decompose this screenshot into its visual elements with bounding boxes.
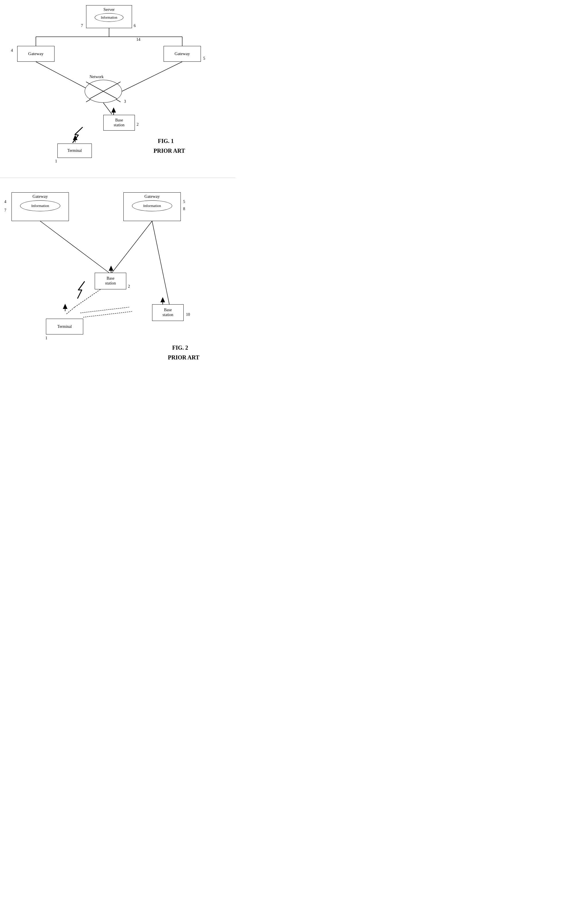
f2-label-10: 10 (186, 312, 190, 317)
fig2-diagram: Gateway Information 4 7 Gateway Informat… (0, 184, 235, 368)
terminal-antenna-f1 (73, 135, 77, 143)
f2-label-8: 8 (183, 207, 185, 211)
server-box: Server Information (86, 5, 132, 28)
f2-label-7: 7 (4, 208, 6, 213)
f2-label-2: 2 (128, 284, 130, 289)
svg-line-5 (122, 62, 182, 91)
diagram-container: Server Information 7 6 14 Gateway 4 Gate… (0, 0, 235, 368)
gateway-left-cylinder: Information (20, 200, 60, 211)
label-1: 1 (55, 159, 57, 164)
base-station-right-label: Basestation (162, 308, 173, 318)
terminal-antenna-f2 (63, 304, 67, 311)
gateway-right-f2: Gateway Information (124, 192, 181, 221)
svg-line-13 (152, 221, 169, 304)
terminal-f2-label: Terminal (57, 324, 72, 329)
svg-line-11 (40, 221, 109, 273)
gateway-right-f1: Gateway (164, 46, 201, 62)
base-antenna-f1 (111, 107, 116, 115)
gateway-right-cylinder: Information (132, 200, 172, 211)
base-station-label: Basestation (114, 118, 124, 128)
f2-label-1: 1 (45, 336, 47, 340)
label-14: 14 (136, 37, 140, 42)
label-3: 3 (124, 99, 126, 104)
base-station-f2-left: Basestation (95, 273, 126, 289)
label-2: 2 (136, 122, 139, 127)
label-5: 5 (203, 56, 205, 61)
server-info: Information (101, 16, 117, 20)
fig1-subtitle: PRIOR ART (153, 147, 185, 154)
svg-line-6 (103, 103, 112, 114)
gateway-left-f1: Gateway (17, 46, 54, 62)
label-7: 7 (81, 23, 83, 28)
base-station-left-label: Basestation (105, 276, 116, 286)
base-station-f1: Basestation (103, 115, 135, 130)
base-station-f2-right: Basestation (152, 304, 184, 321)
svg-line-17 (83, 312, 132, 317)
fig1-title: FIG. 1 (158, 138, 174, 144)
svg-line-4 (36, 62, 92, 91)
server-label: Server (103, 7, 115, 12)
base-antenna-f2-left (109, 265, 113, 273)
f2-label-4: 4 (4, 200, 6, 204)
f2-label-5: 5 (183, 200, 185, 204)
network-ellipse (85, 80, 122, 103)
label-4: 4 (11, 48, 13, 53)
svg-line-12 (112, 221, 152, 273)
gateway-right-info: Information (143, 203, 161, 208)
lightning-f2 (73, 281, 89, 301)
fig2-subtitle: PRIOR ART (168, 354, 200, 361)
terminal-f2: Terminal (46, 319, 83, 334)
gateway-right-f2-label: Gateway (144, 194, 159, 199)
gateway-left-f2-label: Gateway (32, 194, 48, 199)
fig1-diagram: Server Information 7 6 14 Gateway 4 Gate… (0, 0, 235, 178)
svg-line-16 (80, 307, 129, 313)
network-label: Network (90, 74, 104, 79)
base-antenna-f2-right (161, 297, 165, 304)
gateway-left-info: Information (31, 203, 49, 208)
terminal-label: Terminal (67, 148, 82, 153)
gateway-left-f2: Gateway Information (11, 192, 69, 221)
label-6: 6 (134, 23, 136, 28)
server-cylinder: Information (95, 13, 124, 22)
fig2-title: FIG. 2 (172, 344, 188, 351)
gateway-right-label: Gateway (175, 51, 190, 56)
gateway-left-label: Gateway (28, 51, 43, 56)
terminal-f1: Terminal (57, 144, 92, 158)
